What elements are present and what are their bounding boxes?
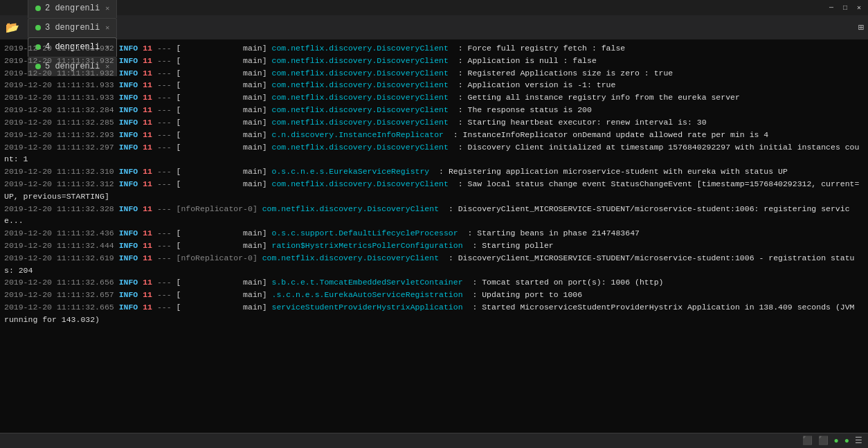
- log-line: 2019-12-20 11:11:31.932 INFO 11 --- [ ma…: [4, 67, 864, 80]
- log-msg: : Registering application microservice-s…: [439, 167, 788, 176]
- log-sep: ---: [157, 229, 172, 238]
- log-level: INFO: [119, 105, 138, 114]
- log-sep: ---: [157, 69, 172, 78]
- log-class: com.netflix.discovery.DiscoveryClient: [272, 56, 449, 65]
- log-timestamp: 2019-12-20 11:11:32.310: [4, 167, 114, 176]
- log-class: com.netflix.discovery.DiscoveryClient: [272, 93, 449, 102]
- log-msg: : Starting heartbeat executor: renew int…: [458, 118, 707, 127]
- log-level: INFO: [119, 303, 138, 312]
- log-level: INFO: [119, 56, 138, 65]
- log-thread: [ main]: [177, 179, 267, 188]
- log-level: INFO: [119, 44, 138, 53]
- log-msg: : Registered Applications size is zero :…: [458, 69, 673, 78]
- log-sep: ---: [157, 303, 172, 312]
- log-thread: [ main]: [177, 290, 267, 299]
- log-timestamp: 2019-12-20 11:11:32.293: [4, 130, 114, 139]
- log-timestamp: 2019-12-20 11:11:32.665: [4, 303, 114, 312]
- log-level: INFO: [119, 167, 138, 176]
- log-line: 2019-12-20 11:11:32.312 INFO 11 --- [ ma…: [4, 178, 864, 203]
- log-msg: : Tomcat started on port(s): 1006 (http): [472, 278, 663, 287]
- log-line: 2019-12-20 11:11:32.293 INFO 11 --- [ ma…: [4, 129, 864, 141]
- tab-dot-3: [35, 25, 41, 30]
- tab-3[interactable]: 3 dengrenli ✕: [28, 18, 117, 37]
- grid-icon: ⊞: [854, 19, 868, 36]
- log-sep: ---: [157, 143, 172, 152]
- log-sep: ---: [157, 241, 172, 250]
- log-timestamp: 2019-12-20 11:11:31.932: [4, 56, 114, 65]
- log-class: com.netflix.discovery.DiscoveryClient: [272, 80, 449, 89]
- log-class: o.s.c.support.DefaultLifecycleProcessor: [272, 229, 458, 238]
- log-timestamp: 2019-12-20 11:11:32.656: [4, 278, 114, 287]
- log-level: INFO: [119, 253, 138, 262]
- log-msg: : Starting poller: [472, 241, 553, 250]
- log-msg: : Getting all instance registry info fro…: [458, 93, 740, 102]
- log-timestamp: 2019-12-20 11:11:31.933: [4, 80, 114, 89]
- log-level: INFO: [119, 130, 138, 139]
- log-num: 11: [143, 118, 152, 127]
- log-sep: ---: [157, 80, 172, 89]
- log-msg: : Starting beans in phase 2147483647: [468, 229, 640, 238]
- log-sep: ---: [157, 44, 172, 53]
- log-class: s.b.c.e.t.TomcatEmbeddedServletContainer: [272, 278, 463, 287]
- log-level: INFO: [119, 229, 138, 238]
- log-timestamp: 2019-12-20 11:11:32.285: [4, 118, 114, 127]
- log-level: INFO: [119, 118, 138, 127]
- log-line: 2019-12-20 11:11:32.657 INFO 11 --- [ ma…: [4, 289, 864, 301]
- log-class: com.netflix.discovery.DiscoveryClient: [262, 253, 439, 262]
- tab-close-3[interactable]: ✕: [105, 24, 109, 32]
- log-line: 2019-12-20 11:11:32.436 INFO 11 --- [ ma…: [4, 227, 864, 240]
- close-button[interactable]: ✕: [853, 1, 865, 14]
- maximize-button[interactable]: □: [839, 1, 851, 14]
- log-msg: : InstanceInfoReplicator onDemand update…: [453, 130, 768, 139]
- log-thread: [ main]: [177, 303, 267, 312]
- log-class: com.netflix.discovery.DiscoveryClient: [272, 143, 449, 152]
- log-msg: : Application is null : false: [458, 56, 597, 65]
- log-class: com.netflix.discovery.DiscoveryClient: [272, 179, 449, 188]
- log-num: 11: [143, 290, 152, 299]
- log-timestamp: 2019-12-20 11:11:31.932: [4, 69, 114, 78]
- log-line: 2019-12-20 11:11:32.285 INFO 11 --- [ ma…: [4, 116, 864, 129]
- log-num: 11: [143, 80, 152, 89]
- log-num: 11: [143, 303, 152, 312]
- tab-close-2[interactable]: ✕: [105, 4, 109, 12]
- tab-label-2: 2 dengrenli: [45, 3, 100, 13]
- log-level: INFO: [119, 179, 138, 188]
- log-level: INFO: [119, 278, 138, 287]
- log-thread: [ main]: [177, 118, 267, 127]
- log-thread: [ main]: [177, 241, 267, 250]
- log-timestamp: 2019-12-20 11:11:32.657: [4, 290, 114, 299]
- log-level: INFO: [119, 69, 138, 78]
- log-sep: ---: [157, 278, 172, 287]
- log-line: 2019-12-20 11:11:32.284 INFO 11 --- [ ma…: [4, 104, 864, 116]
- log-timestamp: 2019-12-20 11:11:32.619: [4, 253, 114, 262]
- log-timestamp: 2019-12-20 11:11:32.297: [4, 143, 114, 152]
- log-level: INFO: [119, 290, 138, 299]
- log-sep: --- [nfoReplicator-0]: [157, 253, 257, 262]
- bottom-icon-3[interactable]: ●: [834, 436, 839, 446]
- tab-2[interactable]: 2 dengrenli ✕: [28, 0, 117, 18]
- minimize-button[interactable]: ─: [825, 1, 838, 14]
- log-msg: : Force full registry fetch : false: [458, 44, 626, 53]
- log-timestamp: 2019-12-20 11:11:31.933: [4, 93, 114, 102]
- log-thread: [ main]: [177, 278, 267, 287]
- log-level: INFO: [119, 93, 138, 102]
- log-thread: [ main]: [177, 80, 267, 89]
- log-thread: [ main]: [177, 167, 267, 176]
- bottom-icon-5: ☰: [855, 436, 862, 446]
- log-class: com.netflix.discovery.DiscoveryClient: [272, 105, 449, 114]
- bottom-icon-4[interactable]: ●: [844, 436, 849, 446]
- log-num: 11: [143, 56, 152, 65]
- log-thread: [ main]: [177, 44, 267, 53]
- log-level: INFO: [119, 241, 138, 250]
- log-area[interactable]: 2019-12-20 11:11:31.932 INFO 11 --- [ ma…: [0, 39, 868, 433]
- log-thread: [ main]: [177, 69, 267, 78]
- log-num: 11: [143, 278, 152, 287]
- log-num: 11: [143, 253, 152, 262]
- log-line: 2019-12-20 11:11:32.310 INFO 11 --- [ ma…: [4, 165, 864, 178]
- log-sep: --- [nfoReplicator-0]: [157, 204, 257, 213]
- bottom-icon-1: ⬛: [802, 436, 813, 446]
- log-line: 2019-12-20 11:11:31.933 INFO 11 --- [ ma…: [4, 91, 864, 104]
- log-sep: ---: [157, 56, 172, 65]
- log-num: 11: [143, 241, 152, 250]
- log-num: 11: [143, 130, 152, 139]
